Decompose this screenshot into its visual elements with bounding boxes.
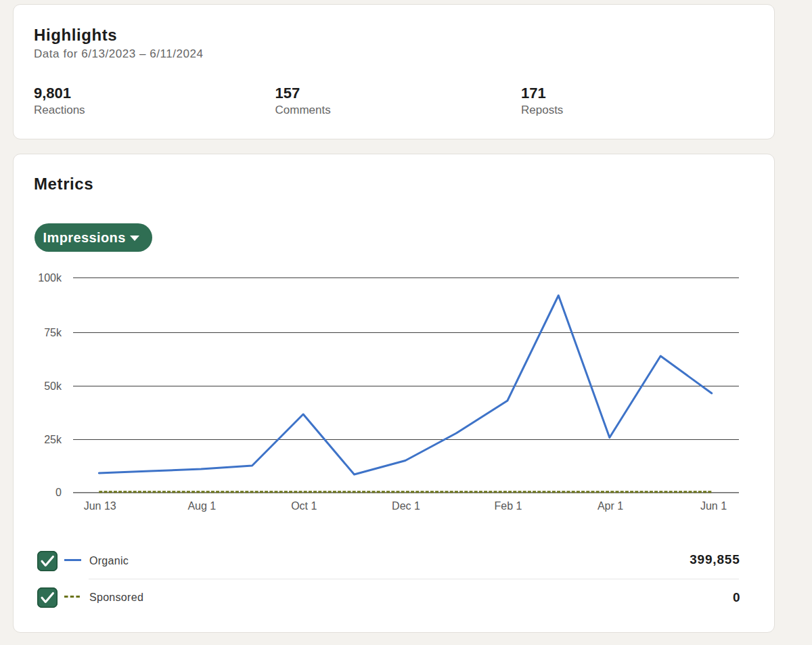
svg-text:Feb 1: Feb 1	[495, 500, 522, 512]
svg-text:0: 0	[55, 487, 62, 498]
svg-text:Oct 1: Oct 1	[291, 500, 317, 512]
svg-text:Apr 1: Apr 1	[597, 500, 623, 512]
svg-text:100k: 100k	[38, 272, 62, 284]
svg-text:75k: 75k	[44, 327, 62, 338]
svg-text:Aug 1: Aug 1	[187, 500, 216, 512]
svg-text:Jun 13: Jun 13	[84, 500, 116, 512]
svg-text:25k: 25k	[44, 434, 62, 445]
svg-text:50k: 50k	[44, 380, 62, 392]
svg-text:Jun 1: Jun 1	[700, 500, 727, 512]
svg-text:Dec 1: Dec 1	[392, 500, 420, 512]
